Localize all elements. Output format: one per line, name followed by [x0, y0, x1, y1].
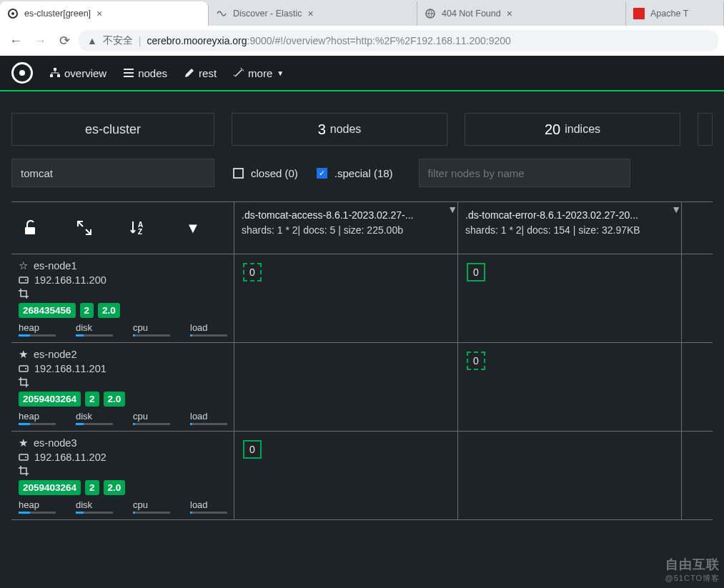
- index-title: .ds-tomcat-access-8.6.1-2023.02.27-...: [242, 208, 450, 223]
- node-row: ★es-node2192.168.11.201205940326422.0hea…: [11, 343, 713, 432]
- nav-label: nodes: [138, 67, 167, 79]
- expand-icon[interactable]: [77, 221, 91, 235]
- stat-cluster-name[interactable]: es-cluster: [11, 113, 214, 146]
- index-filter-input[interactable]: [11, 159, 214, 187]
- watermark-brand: 自由互联: [665, 557, 720, 572]
- node-badge: 2059403264: [19, 480, 81, 495]
- shard-cell: [458, 432, 682, 519]
- nav-more[interactable]: more ▼: [234, 67, 284, 79]
- svg-rect-5: [57, 74, 60, 77]
- svg-rect-4: [50, 74, 53, 77]
- svg-rect-14: [19, 366, 28, 372]
- allocation-grid: AZ ▼ .ds-tomcat-access-8.6.1-2023.02.27-…: [11, 201, 713, 520]
- tab-title: es-cluster[green]: [24, 9, 91, 19]
- svg-rect-9: [25, 227, 35, 234]
- svg-rect-7: [124, 72, 134, 74]
- metric-label: heap: [19, 499, 56, 510]
- shard-box[interactable]: 0: [243, 263, 262, 281]
- crop-icon[interactable]: [19, 377, 29, 387]
- shard-box[interactable]: 0: [243, 440, 262, 459]
- browser-tab[interactable]: 404 Not Found ×: [417, 1, 626, 26]
- shard-cell: [234, 343, 458, 431]
- close-icon[interactable]: ×: [308, 8, 314, 19]
- svg-rect-8: [124, 76, 134, 77]
- stat-nodes[interactable]: 3nodes: [232, 113, 447, 146]
- shard-cell: 0: [458, 254, 682, 342]
- star-icon[interactable]: ★: [19, 437, 28, 449]
- node-row: ★es-node3192.168.11.202205940326422.0hea…: [11, 432, 713, 520]
- svg-text:Z: Z: [138, 228, 142, 236]
- metric-bar: [133, 334, 170, 337]
- filter-row: closed (0) ✓ .special (18): [0, 159, 724, 201]
- shard-box[interactable]: 0: [467, 352, 485, 370]
- navbar: overview nodes rest more ▼: [0, 56, 724, 91]
- chevron-down-icon[interactable]: ▼: [671, 202, 681, 217]
- stat-indices[interactable]: 20indices: [465, 113, 680, 146]
- shard-cell: 0: [234, 254, 458, 342]
- browser-tab[interactable]: Discover - Elastic ×: [209, 1, 417, 26]
- browser-tab[interactable]: Apache T: [626, 1, 724, 26]
- metric-bar: [19, 512, 56, 514]
- special-checkbox[interactable]: ✓ .special (18): [317, 167, 393, 179]
- star-icon[interactable]: ★: [19, 349, 28, 360]
- checkbox-label: closed (0): [251, 167, 298, 179]
- tab-title: Discover - Elastic: [233, 9, 302, 19]
- sitemap-icon: [50, 68, 60, 78]
- browser-tab-active[interactable]: es-cluster[green] ×: [0, 1, 209, 26]
- forward-button[interactable]: →: [30, 31, 50, 51]
- close-icon[interactable]: ×: [507, 8, 512, 19]
- wand-icon: [234, 68, 244, 78]
- metric-label: load: [190, 322, 227, 333]
- star-icon[interactable]: ☆: [19, 260, 28, 271]
- svg-rect-6: [124, 69, 134, 70]
- reload-button[interactable]: ⟳: [54, 31, 74, 51]
- index-header[interactable]: .ds-tomcat-access-8.6.1-2023.02.27-... s…: [234, 202, 458, 254]
- crop-icon[interactable]: [19, 466, 29, 476]
- chevron-down-icon[interactable]: ▼: [186, 220, 200, 236]
- metric-label: cpu: [133, 322, 170, 333]
- index-header[interactable]: .ds-tomcat-error-8.6.1-2023.02.27-20... …: [458, 202, 682, 254]
- url-path: /#!/overview?host=http:%2F%2F192.168.11.…: [272, 35, 511, 46]
- sort-az-icon[interactable]: AZ: [130, 220, 147, 236]
- metric-bar: [76, 334, 113, 337]
- svg-point-13: [25, 279, 26, 281]
- shard-box[interactable]: 0: [467, 263, 485, 281]
- url-field[interactable]: ▲ 不安全 | cerebro.mooreyxia.org:9000/#!/ov…: [79, 30, 718, 51]
- pencil-icon: [184, 68, 194, 78]
- node-badge: 2.0: [104, 392, 126, 407]
- nav-rest[interactable]: rest: [184, 67, 217, 79]
- back-button[interactable]: ←: [6, 31, 26, 51]
- metric-label: heap: [19, 411, 56, 422]
- node-ip: 192.168.11.201: [34, 363, 106, 374]
- node-badge: 2: [85, 480, 99, 495]
- chevron-down-icon[interactable]: ▼: [447, 202, 457, 217]
- index-title: .ds-tomcat-error-8.6.1-2023.02.27-20...: [465, 208, 674, 223]
- node-name: es-node3: [34, 437, 76, 449]
- metric-label: heap: [19, 322, 56, 333]
- indices-label: indices: [565, 123, 600, 136]
- node-cell: ★es-node2192.168.11.201205940326422.0hea…: [11, 343, 234, 431]
- tab-favicon-icon: [633, 8, 645, 19]
- node-filter-input[interactable]: [419, 159, 630, 187]
- closed-checkbox[interactable]: closed (0): [233, 167, 298, 179]
- node-badge: 268435456: [19, 303, 76, 318]
- node-badge: 2: [85, 392, 99, 407]
- close-icon[interactable]: ×: [96, 8, 102, 19]
- nav-nodes[interactable]: nodes: [124, 67, 167, 79]
- app-logo-icon[interactable]: [11, 62, 33, 84]
- node-ip: 192.168.11.202: [34, 452, 106, 463]
- svg-point-15: [25, 368, 26, 369]
- tab-favicon-icon: [216, 8, 227, 19]
- node-metrics: heapdiskcpuload: [19, 499, 227, 514]
- index-meta: shards: 1 * 2| docs: 154 | size: 32.97KB: [465, 224, 640, 236]
- metric-label: load: [190, 411, 227, 422]
- indices-count: 20: [545, 121, 560, 138]
- nav-overview[interactable]: overview: [50, 67, 106, 79]
- unlock-icon[interactable]: [23, 220, 39, 236]
- disk-icon: [19, 364, 29, 374]
- crop-icon[interactable]: [19, 289, 29, 299]
- metric-bar: [19, 334, 56, 337]
- disk-icon: [19, 452, 29, 462]
- metric-bar: [76, 423, 113, 425]
- metric-label: cpu: [133, 411, 170, 422]
